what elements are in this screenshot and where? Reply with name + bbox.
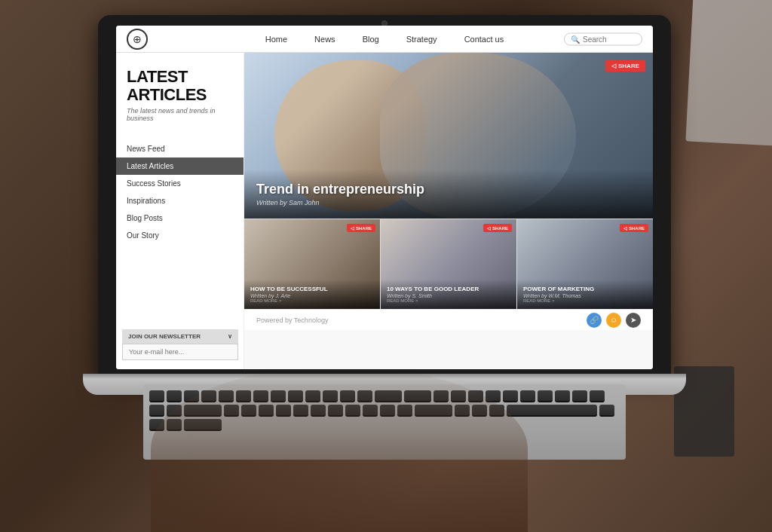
footer-icons: 🔗 ☺ ➤ bbox=[587, 313, 641, 328]
sidebar-title-block: LATEST ARTICLES The latest news and tren… bbox=[116, 68, 244, 134]
footer-link-icon[interactable]: 🔗 bbox=[587, 313, 602, 328]
content-row: LATEST ARTICLES The latest news and tren… bbox=[116, 53, 653, 369]
footer-powered-text: Powered by Technology bbox=[256, 316, 328, 324]
nav-home[interactable]: Home bbox=[262, 33, 290, 45]
newsletter-header: JOIN OUR NEWSLETTER ∨ bbox=[122, 329, 238, 344]
footer-arrow-icon[interactable]: ➤ bbox=[626, 313, 641, 328]
sub-article-1-share-button[interactable]: ◁ SHARE bbox=[347, 224, 375, 232]
footer-smile-icon[interactable]: ☺ bbox=[606, 313, 621, 328]
key-space[interactable] bbox=[507, 405, 597, 417]
site-logo: ⊕ bbox=[127, 29, 148, 50]
sub-articles: ◁ SHARE HOW TO BE SUCCESSFUL Written by … bbox=[244, 219, 653, 309]
sidebar-item-ourstory[interactable]: Our Story bbox=[116, 227, 244, 244]
newsletter-chevron-icon: ∨ bbox=[228, 333, 232, 340]
site-footer: Powered by Technology 🔗 ☺ ➤ bbox=[244, 309, 653, 330]
sidebar: LATEST ARTICLES The latest news and tren… bbox=[116, 53, 244, 369]
newsletter-block: JOIN OUR NEWSLETTER ∨ bbox=[122, 329, 238, 360]
sub-article-1[interactable]: ◁ SHARE HOW TO BE SUCCESSFUL Written by … bbox=[244, 219, 381, 309]
nav-strategy[interactable]: Strategy bbox=[403, 33, 440, 45]
sub-article-3-overlay: POWER OF MARKETING Written by W.M. Thoma… bbox=[517, 280, 653, 309]
sub-article-2-share-button[interactable]: ◁ SHARE bbox=[483, 224, 512, 232]
key[interactable] bbox=[590, 390, 605, 402]
sub-article-3-share-label: SHARE bbox=[629, 226, 645, 231]
sub-article-2-readmore[interactable]: READ MORE > bbox=[387, 298, 510, 303]
newsletter-email-input[interactable] bbox=[122, 344, 238, 360]
key[interactable] bbox=[538, 390, 553, 402]
sub-article-1-title: HOW TO BE SUCCESSFUL bbox=[250, 286, 374, 293]
share-icon-2: ◁ bbox=[487, 225, 491, 231]
nav-contact[interactable]: Contact us bbox=[461, 33, 507, 45]
sub-article-2-overlay: 10 WAYS TO BE GOOD LEADER Written by S. … bbox=[381, 280, 516, 309]
hero-share-button[interactable]: ◁ SHARE bbox=[605, 60, 645, 72]
search-input[interactable] bbox=[583, 35, 636, 43]
laptop-screen-shell: ⊕ Home News Blog Strategy Contact us 🔍 bbox=[98, 15, 671, 377]
sidebar-menu: News Feed Latest Articles Success Storie… bbox=[116, 140, 244, 244]
hero-article[interactable]: ◁ SHARE Trend in entrepreneurship Writte… bbox=[244, 53, 653, 219]
hero-share-label: SHARE bbox=[618, 63, 639, 69]
key[interactable] bbox=[167, 390, 182, 402]
sidebar-item-successstories[interactable]: Success Stories bbox=[116, 175, 244, 192]
key[interactable] bbox=[599, 405, 614, 417]
hero-overlay: Trend in entrepreneurship Written by Sam… bbox=[244, 170, 653, 219]
sub-article-3-share-button[interactable]: ◁ SHARE bbox=[620, 224, 648, 232]
sidebar-item-latestarticles[interactable]: Latest Articles bbox=[116, 157, 244, 175]
key[interactable] bbox=[149, 405, 164, 417]
key[interactable] bbox=[555, 390, 570, 402]
sidebar-item-inspirations[interactable]: Inspirations bbox=[116, 192, 244, 209]
sub-article-2-title: 10 WAYS TO BE GOOD LEADER bbox=[387, 286, 510, 293]
hero-author: Written by Sam John bbox=[256, 199, 641, 206]
site-main: LATEST ARTICLES The latest news and tren… bbox=[116, 53, 653, 369]
hands-overlay bbox=[151, 366, 528, 532]
nav-news[interactable]: News bbox=[311, 33, 339, 45]
sub-article-2[interactable]: ◁ SHARE 10 WAYS TO BE GOOD LEADER Writte… bbox=[381, 219, 517, 309]
nav-blog[interactable]: Blog bbox=[360, 33, 382, 45]
site-nav: ⊕ Home News Blog Strategy Contact us 🔍 bbox=[116, 26, 653, 53]
desk-item-right bbox=[685, 0, 772, 146]
hero-title: Trend in entrepreneurship bbox=[256, 182, 641, 197]
sub-article-3-author: Written by W.M. Thomas bbox=[523, 293, 647, 298]
nav-links: Home News Blog Strategy Contact us bbox=[262, 33, 507, 45]
sub-article-3-readmore[interactable]: READ MORE > bbox=[523, 298, 647, 303]
share-icon-1: ◁ bbox=[351, 225, 354, 231]
sidebar-subtitle: The latest news and trends in business bbox=[127, 107, 233, 122]
sidebar-item-newsfeed[interactable]: News Feed bbox=[116, 140, 244, 157]
key[interactable] bbox=[503, 390, 518, 402]
newsletter-title: JOIN OUR NEWSLETTER bbox=[128, 333, 201, 340]
key[interactable] bbox=[572, 390, 587, 402]
sub-article-2-author: Written by S. Smith bbox=[387, 293, 510, 298]
screen-bezel: ⊕ Home News Blog Strategy Contact us 🔍 bbox=[116, 26, 653, 369]
sub-article-3[interactable]: ◁ SHARE POWER OF MARKETING Written by W.… bbox=[517, 219, 653, 309]
sub-article-1-author: Written by J. Arle bbox=[250, 293, 374, 298]
sub-article-1-share-label: SHARE bbox=[356, 226, 372, 231]
sub-article-1-overlay: HOW TO BE SUCCESSFUL Written by J. Arle … bbox=[244, 280, 380, 309]
share-icon: ◁ bbox=[611, 63, 616, 69]
sub-article-1-readmore[interactable]: READ MORE > bbox=[250, 298, 374, 303]
articles-area: ◁ SHARE Trend in entrepreneurship Writte… bbox=[244, 53, 653, 369]
sub-article-3-title: POWER OF MARKETING bbox=[523, 286, 647, 293]
search-icon: 🔍 bbox=[571, 35, 580, 43]
key[interactable] bbox=[520, 390, 535, 402]
nav-search-box[interactable]: 🔍 bbox=[564, 32, 642, 45]
sidebar-main-title: LATEST ARTICLES bbox=[127, 68, 233, 104]
sidebar-item-blogposts[interactable]: Blog Posts bbox=[116, 209, 244, 227]
sub-article-2-share-label: SHARE bbox=[492, 226, 508, 231]
share-icon-3: ◁ bbox=[623, 225, 627, 231]
key[interactable] bbox=[149, 390, 164, 402]
